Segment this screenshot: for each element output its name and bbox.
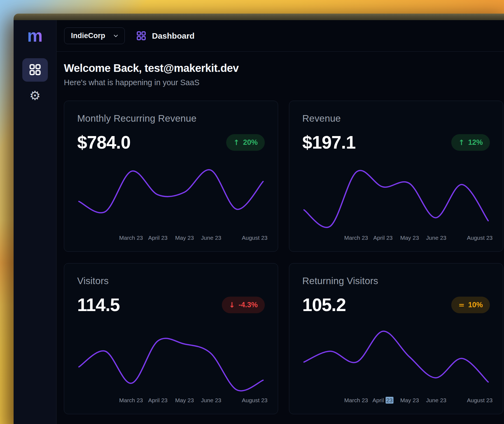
- line-chart: [302, 164, 490, 232]
- app-logo[interactable]: m: [27, 26, 43, 45]
- topbar: IndieCorp: [57, 20, 504, 52]
- x-axis-ticks: March 23April 23May 23June 23August 23: [77, 397, 265, 405]
- sidebar-item-settings[interactable]: ⚙: [29, 89, 41, 102]
- chart-svg: [77, 164, 265, 232]
- x-axis-ticks: March 23April 23May 23June 23August 23: [302, 235, 490, 243]
- app-window: m ⚙: [14, 14, 504, 424]
- selected-text: 23: [385, 397, 393, 404]
- trend-value: 20%: [243, 138, 258, 147]
- gear-icon: ⚙: [29, 89, 41, 102]
- x-axis-ticks: March 23April 23May 23June 23August 23: [302, 397, 490, 405]
- team-name: IndieCorp: [71, 32, 105, 40]
- card-title: Revenue: [302, 113, 490, 124]
- x-axis-tick: April 23: [148, 235, 167, 241]
- chart-svg: [302, 327, 490, 395]
- x-axis-tick: May 23: [400, 397, 419, 404]
- trend-badge: ↑ 12%: [451, 134, 490, 151]
- x-axis-tick: March 23: [119, 235, 143, 241]
- metric-value: 114.5: [77, 294, 120, 315]
- x-axis-tick: June 23: [426, 397, 446, 404]
- card-title: Monthly Recurring Revenue: [77, 113, 265, 124]
- metric-card-revenue: Revenue $197.1 ↑ 12% Ma: [289, 101, 503, 252]
- x-axis-tick: June 23: [201, 397, 221, 404]
- metric-card-mrr: Monthly Recurring Revenue $784.0 ↑ 20%: [64, 101, 278, 252]
- x-axis-tick: June 23: [426, 235, 446, 241]
- trend-icon: ↑: [458, 138, 465, 147]
- x-axis-tick: June 23: [201, 235, 221, 241]
- x-axis-tick: April 23: [148, 397, 167, 404]
- trend-value: -4.3%: [238, 301, 258, 309]
- line-chart: [77, 164, 265, 232]
- x-axis-tick: March 23: [344, 397, 368, 404]
- metrics-grid: Monthly Recurring Revenue $784.0 ↑ 20%: [64, 101, 503, 414]
- page-heading: Dashboard: [136, 31, 195, 41]
- trend-badge: = 10%: [451, 297, 490, 313]
- metric-card-returning-visitors: Returning Visitors 105.2 = 10%: [289, 263, 503, 414]
- chart-svg: [77, 327, 265, 395]
- x-axis-tick: August 23: [242, 397, 267, 404]
- metric-value: $197.1: [302, 132, 356, 153]
- line-chart: [302, 327, 490, 395]
- card-title: Visitors: [77, 275, 265, 286]
- x-axis-tick: April 23: [373, 235, 393, 241]
- trend-icon: ↑: [233, 138, 239, 147]
- trend-icon: ↓: [229, 301, 235, 309]
- x-axis-tick: March 23: [119, 397, 143, 404]
- team-selector-button[interactable]: IndieCorp: [64, 27, 125, 44]
- sidebar: m ⚙: [14, 20, 57, 424]
- grid-icon: [136, 31, 146, 41]
- trend-value: 10%: [468, 301, 483, 309]
- metric-card-visitors: Visitors 114.5 ↓ -4.3%: [64, 263, 278, 414]
- x-axis-tick: August 23: [242, 235, 267, 241]
- x-axis-tick: August 23: [467, 397, 493, 404]
- chart-svg: [302, 164, 490, 232]
- metric-value: $784.0: [77, 132, 130, 153]
- welcome-heading: Welcome Back, test@makerkit.dev: [64, 62, 503, 74]
- page-title: Dashboard: [152, 31, 195, 41]
- line-chart: [77, 327, 265, 395]
- x-axis-tick: May 23: [175, 235, 194, 241]
- x-axis-tick: May 23: [400, 235, 419, 241]
- trend-badge: ↓ -4.3%: [222, 297, 265, 313]
- sidebar-item-dashboard[interactable]: [22, 58, 48, 82]
- metric-value: 105.2: [302, 294, 346, 315]
- trend-value: 12%: [468, 138, 483, 147]
- x-axis-ticks: March 23April 23May 23June 23August 23: [77, 235, 265, 243]
- welcome-subtitle: Here's what is happening in your SaaS: [64, 78, 503, 87]
- window-top-edge: [14, 14, 504, 20]
- chevron-down-icon: [113, 33, 119, 39]
- trend-icon: =: [458, 301, 465, 309]
- trend-badge: ↑ 20%: [226, 134, 265, 151]
- card-title: Returning Visitors: [302, 275, 490, 286]
- x-axis-tick: April 23: [372, 397, 393, 404]
- x-axis-tick: August 23: [467, 235, 493, 241]
- x-axis-tick: March 23: [344, 235, 368, 241]
- x-axis-tick: May 23: [175, 397, 194, 404]
- grid-icon: [29, 63, 41, 77]
- desktop-wallpaper: m ⚙: [0, 0, 504, 424]
- sidebar-nav: ⚙: [22, 58, 48, 102]
- dashboard-content: Welcome Back, test@makerkit.dev Here's w…: [57, 52, 504, 414]
